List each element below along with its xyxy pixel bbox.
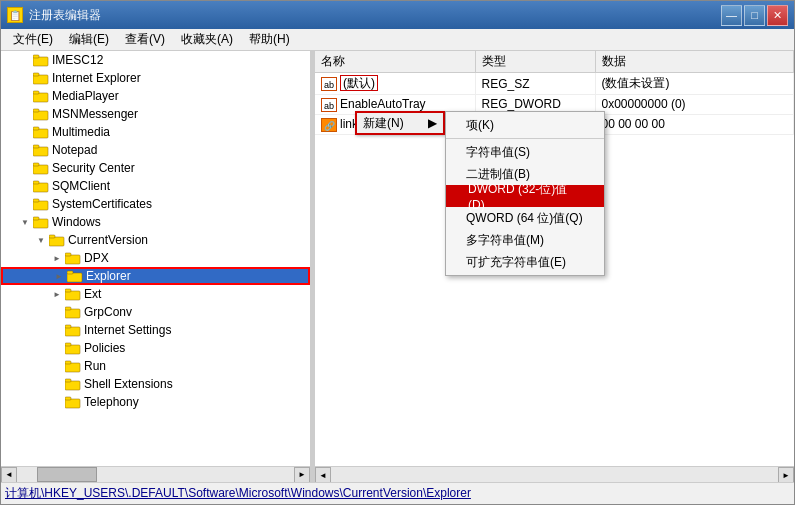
tree-hscroll[interactable]: ◄ ► — [1, 466, 310, 482]
close-button[interactable]: ✕ — [767, 5, 788, 26]
svg-rect-33 — [65, 343, 71, 346]
submenu-separator — [446, 138, 604, 139]
svg-rect-18 — [33, 219, 48, 228]
tree-item-Multimedia[interactable]: Multimedia — [1, 123, 310, 141]
folder-icon-InternetExplorer — [33, 71, 49, 85]
tree-item-Windows[interactable]: Windows — [1, 213, 310, 231]
svg-rect-22 — [65, 255, 80, 264]
col-header-data: 数据 — [595, 51, 794, 73]
tree-item-Notepad[interactable]: Notepad — [1, 141, 310, 159]
tree-expander-Policies[interactable] — [49, 340, 65, 356]
folder-icon-DPX — [65, 251, 81, 265]
tree-item-Explorer[interactable]: Explorer — [1, 267, 310, 285]
tree-expander-Notepad[interactable] — [17, 142, 33, 158]
tree-label-ShellExtensions: Shell Extensions — [84, 377, 173, 391]
svg-rect-35 — [65, 361, 71, 364]
submenu-item-xiang[interactable]: 项(K) — [446, 114, 604, 136]
menu-bar: 文件(E)编辑(E)查看(V)收藏夹(A)帮助(H) — [1, 29, 794, 51]
status-path: 计算机\HKEY_USERS\.DEFAULT\Software\Microso… — [5, 485, 471, 502]
tree-label-SystemCertificates: SystemCertificates — [52, 197, 152, 211]
tree-expander-Multimedia[interactable] — [17, 124, 33, 140]
tree-expander-IMESC12[interactable] — [17, 52, 33, 68]
tree-item-InternetSettings[interactable]: Internet Settings — [1, 321, 310, 339]
right-hscroll[interactable]: ◄ ► — [315, 466, 794, 482]
tree-expander-Telephony[interactable] — [49, 394, 65, 410]
tree-scroll[interactable]: IMESC12 Internet Explorer MediaPlayer MS… — [1, 51, 310, 466]
folder-icon-Notepad — [33, 143, 49, 157]
tree-expander-Run[interactable] — [49, 358, 65, 374]
tree-expander-MSNMessenger[interactable] — [17, 106, 33, 122]
tree-label-Telephony: Telephony — [84, 395, 139, 409]
hscroll-right[interactable]: ► — [294, 467, 310, 483]
r-hscroll-right[interactable]: ► — [778, 467, 794, 482]
tree-expander-GrpConv[interactable] — [49, 304, 65, 320]
tree-item-CurrentVersion[interactable]: CurrentVersion — [1, 231, 310, 249]
folder-icon-Multimedia — [33, 125, 49, 139]
submenu-item-zifuchuanzhi[interactable]: 字符串值(S) — [446, 141, 604, 163]
submenu-item-dword32[interactable]: DWORD (32-位)值(D) — [446, 185, 604, 207]
tree-item-ShellExtensions[interactable]: Shell Extensions — [1, 375, 310, 393]
menu-item-E[interactable]: 编辑(E) — [61, 29, 117, 50]
tree-expander-ShellExtensions[interactable] — [49, 376, 65, 392]
tree-item-MediaPlayer[interactable]: MediaPlayer — [1, 87, 310, 105]
menu-item-V[interactable]: 查看(V) — [117, 29, 173, 50]
tree-item-SQMClient[interactable]: SQMClient — [1, 177, 310, 195]
tree-label-Run: Run — [84, 359, 106, 373]
tree-expander-Windows[interactable] — [17, 214, 33, 230]
tree-expander-SecurityCenter[interactable] — [17, 160, 33, 176]
tree-expander-DPX[interactable] — [49, 250, 65, 266]
tree-item-Ext[interactable]: Ext — [1, 285, 310, 303]
tree-item-Run[interactable]: Run — [1, 357, 310, 375]
reg-type-0: REG_SZ — [475, 73, 595, 95]
table-row[interactable]: ab(默认)REG_SZ(数值未设置) — [315, 73, 794, 95]
tree-item-MSNMessenger[interactable]: MSNMessenger — [1, 105, 310, 123]
maximize-button[interactable]: □ — [744, 5, 765, 26]
tree-expander-SystemCertificates[interactable] — [17, 196, 33, 212]
tree-expander-Explorer[interactable] — [51, 268, 67, 284]
context-menu-area: 新建(N) ▶ 项(K)字符串值(S)二进制值(B)DWORD (32-位)值(… — [355, 111, 605, 276]
tree-item-Policies[interactable]: Policies — [1, 339, 310, 357]
svg-rect-23 — [65, 253, 71, 256]
folder-icon-SQMClient — [33, 179, 49, 193]
tree-expander-SQMClient[interactable] — [17, 178, 33, 194]
tree-item-InternetExplorer[interactable]: Internet Explorer — [1, 69, 310, 87]
svg-rect-32 — [65, 345, 80, 354]
submenu-item-qword64[interactable]: QWORD (64 位)值(Q) — [446, 207, 604, 229]
svg-rect-7 — [33, 109, 39, 112]
svg-rect-1 — [33, 55, 39, 58]
menu-item-A[interactable]: 收藏夹(A) — [173, 29, 241, 50]
submenu-item-kuozaizifuchuanzhi[interactable]: 可扩充字符串值(E) — [446, 251, 604, 273]
submenu-item-duozifuchuanzhi[interactable]: 多字符串值(M) — [446, 229, 604, 251]
tree-expander-Ext[interactable] — [49, 286, 65, 302]
tree-item-SecurityCenter[interactable]: Security Center — [1, 159, 310, 177]
tree-item-IMESC12[interactable]: IMESC12 — [1, 51, 310, 69]
folder-icon-MSNMessenger — [33, 107, 49, 121]
tree-item-Telephony[interactable]: Telephony — [1, 393, 310, 411]
r-hscroll-left[interactable]: ◄ — [315, 467, 331, 482]
new-menu-button[interactable]: 新建(N) ▶ — [355, 111, 445, 135]
tree-label-MSNMessenger: MSNMessenger — [52, 107, 138, 121]
r-hscroll-track — [331, 467, 778, 482]
reg-type-icon: ab — [321, 77, 337, 91]
hscroll-left[interactable]: ◄ — [1, 467, 17, 483]
tree-item-DPX[interactable]: DPX — [1, 249, 310, 267]
tree-expander-InternetSettings[interactable] — [49, 322, 65, 338]
menu-item-H[interactable]: 帮助(H) — [241, 29, 298, 50]
tree-expander-CurrentVersion[interactable] — [33, 232, 49, 248]
status-bar: 计算机\HKEY_USERS\.DEFAULT\Software\Microso… — [1, 482, 794, 504]
tree-label-CurrentVersion: CurrentVersion — [68, 233, 148, 247]
svg-rect-39 — [65, 397, 71, 400]
menu-item-E[interactable]: 文件(E) — [5, 29, 61, 50]
tree-label-SecurityCenter: Security Center — [52, 161, 135, 175]
folder-icon-Windows — [33, 215, 49, 229]
minimize-button[interactable]: — — [721, 5, 742, 26]
tree-item-SystemCertificates[interactable]: SystemCertificates — [1, 195, 310, 213]
tree-label-InternetExplorer: Internet Explorer — [52, 71, 141, 85]
svg-rect-15 — [33, 181, 39, 184]
tree-expander-MediaPlayer[interactable] — [17, 88, 33, 104]
svg-rect-8 — [33, 129, 48, 138]
tree-item-GrpConv[interactable]: GrpConv — [1, 303, 310, 321]
svg-rect-2 — [33, 75, 48, 84]
tree-expander-InternetExplorer[interactable] — [17, 70, 33, 86]
folder-icon-SecurityCenter — [33, 161, 49, 175]
